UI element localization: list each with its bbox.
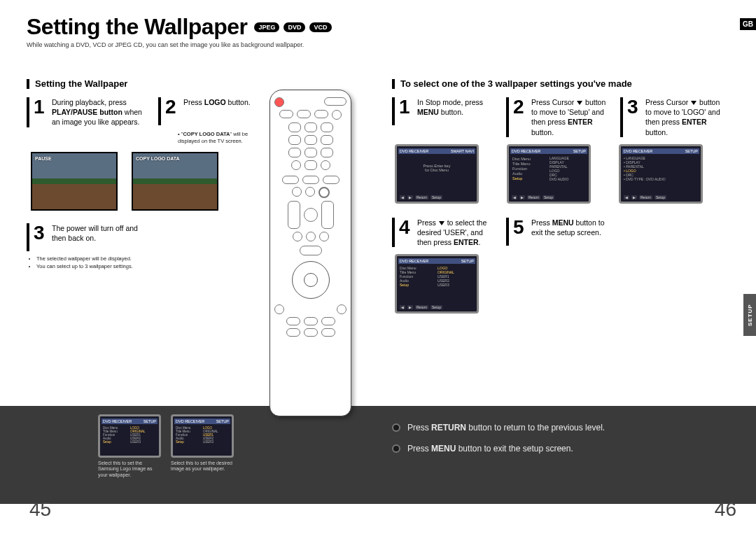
page-number-left: 45 [29,498,51,521]
step-2: 2 Press LOGO button. [158,97,268,125]
step2-text-c: button. [228,98,251,106]
screens-row-1: DVD RECEIVERSMART NAVI Press Enter key f… [395,144,749,204]
footer-tips: Press RETURN button to return to the pre… [392,423,605,465]
screens-row-2: DVD RECEIVERSETUP Disc Menu Title Menu F… [395,254,749,314]
screen-logo: DVD RECEIVERSETUP • LANGUAGE • DISPLAY •… [619,144,703,204]
page-number-right: 46 [715,498,736,521]
page-numbers: 45 46 [0,498,756,533]
step1-text-a: During playback, press [52,98,127,106]
screen-user-select: DVD RECEIVERSETUP Disc Menu Title Menu F… [395,254,479,314]
note3a: The selected wallpaper will be displayed… [36,255,268,262]
remote-control-illustration [270,90,351,416]
step-1: 1 During playback, press PLAY/PAUSE butt… [27,97,150,127]
screen-setup: DVD RECEIVERSETUP Disc Menu Title Menu F… [507,144,591,204]
page-title: Setting the Wallpaper [27,14,247,40]
r-step-5: 5 Press MENU button to exit the setup sc… [506,218,612,246]
r-step-2: 2 Press Cursor button to move to 'Setup'… [506,97,612,137]
step3-notes: The selected wallpaper will be displayed… [29,255,268,271]
content-area: Setting the Wallpaper JPEG DVD VCD While… [0,0,756,420]
bullet-icon [392,423,400,432]
screenshot-copy-logo: COPY LOGO DATA [132,152,218,211]
bullet-icon [392,444,400,453]
format-badges: JPEG DVD VCD [254,22,331,32]
screen-stop-mode: DVD RECEIVERSMART NAVI Press Enter key f… [395,144,479,204]
thumb2-caption: Select this to set the desired image as … [171,461,234,472]
step-3: 3 The power will turn off and then back … [27,223,268,251]
r-step-1: 1 In Stop mode, press MENU button. [392,97,498,125]
badge-jpeg: JPEG [254,22,279,32]
step2-text-b: LOGO [204,98,226,106]
badge-dvd: DVD [284,22,305,32]
right-row-1: 1 In Stop mode, press MENU button. 2 Pre… [392,97,749,137]
r-step-4: 4 Press to select the desired 'USER', an… [392,218,498,248]
right-row-2: 4 Press to select the desired 'USER', an… [392,218,749,248]
left-heading: Setting the Wallpaper [27,78,268,89]
page-subtitle: While watching a DVD, VCD or JPEG CD, yo… [27,41,743,48]
footer-thumbnails: DVD RECEIVERSETUP Disc MenuTitle MenuFun… [98,414,234,478]
footer-band: DVD RECEIVERSETUP Disc MenuTitle MenuFun… [0,406,756,504]
step3-text: The power will turn off and then back on… [52,223,150,243]
step1-text-b: PLAY/PAUSE button [52,108,122,116]
cursor-down-icon [691,101,696,105]
dpad-icon [292,261,330,299]
overlay-pause: PAUSE [35,156,52,161]
step2-note: • "COPY LOGO DATA" will be displayed on … [178,131,268,145]
step2-text-a: Press [183,98,204,106]
right-column: To select one of the 3 wallpaper setting… [392,78,749,314]
left-column: Setting the Wallpaper 1 During playback,… [27,78,268,272]
overlay-copy: COPY LOGO DATA [136,156,180,161]
thumb-samsung-logo: DVD RECEIVERSETUP Disc MenuTitle MenuFun… [98,414,161,478]
r-step-3: 3 Press Cursor button to move to 'LOGO' … [620,97,726,137]
cursor-down-icon [439,221,444,225]
tip-return: Press RETURN button to return to the pre… [392,423,605,433]
cursor-down-icon [577,101,582,105]
note3b: You can select up to 3 wallpaper setting… [36,263,268,270]
left-step-row-1: 1 During playback, press PLAY/PAUSE butt… [27,97,268,145]
thumb-user-logo: DVD RECEIVERSETUP Disc MenuTitle MenuFun… [171,414,234,478]
title-row: Setting the Wallpaper JPEG DVD VCD [27,14,743,40]
screenshot-pause: PAUSE [31,152,118,211]
badge-vcd: VCD [309,22,331,32]
tip-menu: Press MENU button to exit the setup scre… [392,444,605,454]
right-heading: To select one of the 3 wallpaper setting… [392,78,749,89]
thumb1-caption: Select this to set the Samsung Logo imag… [98,461,161,478]
manual-spread: GB SETUP Setting the Wallpaper JPEG DVD … [0,0,756,534]
